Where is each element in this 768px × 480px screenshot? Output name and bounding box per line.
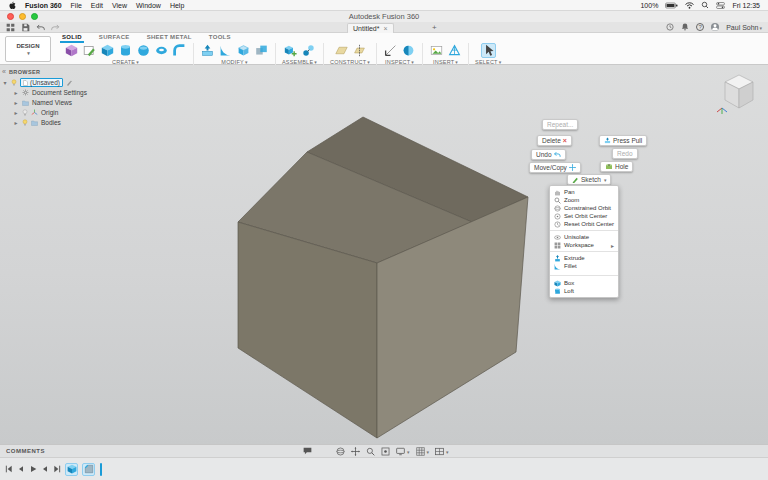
- box-feature-icon[interactable]: [65, 463, 78, 476]
- expand-caret-icon[interactable]: [13, 119, 19, 126]
- new-component-icon[interactable]: [283, 43, 298, 58]
- redo-icon[interactable]: [51, 23, 60, 32]
- viewports-icon[interactable]: [435, 447, 449, 456]
- create-sketch-icon[interactable]: [82, 43, 97, 58]
- play-button[interactable]: [28, 464, 37, 475]
- press-pull-icon[interactable]: [200, 43, 215, 58]
- display-settings-icon[interactable]: [396, 447, 410, 456]
- window-minimize-button[interactable]: [19, 13, 26, 20]
- workspace-selector[interactable]: DESIGN: [5, 36, 51, 62]
- visibility-bulb-icon[interactable]: [22, 109, 28, 117]
- document-tab[interactable]: Untitled* ×: [347, 23, 394, 33]
- measure-icon[interactable]: [383, 43, 398, 58]
- browser-root-row[interactable]: (Unsaved): [2, 78, 134, 87]
- delete-button[interactable]: Delete×: [537, 135, 572, 146]
- tab-surface[interactable]: SURFACE: [97, 34, 132, 43]
- visibility-bulb-icon[interactable]: [11, 79, 17, 87]
- comments-label[interactable]: COMMENTS: [6, 448, 45, 454]
- menu-item-unisolate[interactable]: Unisolate: [550, 233, 618, 241]
- wifi-icon[interactable]: [685, 2, 694, 9]
- undo-icon[interactable]: [36, 23, 45, 32]
- expand-caret-icon[interactable]: [2, 79, 8, 86]
- section-analysis-icon[interactable]: [401, 43, 416, 58]
- combine-icon[interactable]: [254, 43, 269, 58]
- group-label-create[interactable]: CREATE: [112, 59, 139, 65]
- orbit-icon[interactable]: [336, 447, 345, 456]
- construction-axis-icon[interactable]: [352, 43, 367, 58]
- fillet-icon[interactable]: [218, 43, 233, 58]
- layout-grid-icon[interactable]: [416, 447, 430, 456]
- fit-icon[interactable]: [381, 447, 390, 456]
- save-icon[interactable]: [21, 23, 30, 32]
- browser-item-document-settings[interactable]: Document Settings: [13, 88, 134, 97]
- window-close-button[interactable]: [7, 13, 14, 20]
- tab-tools[interactable]: TOOLS: [207, 34, 233, 43]
- menu-item-loft[interactable]: Loft: [550, 287, 618, 295]
- joint-icon[interactable]: [301, 43, 316, 58]
- apple-menu-icon[interactable]: [8, 1, 16, 10]
- browser-collapse-icon[interactable]: [2, 68, 6, 75]
- menu-item-workspace[interactable]: Workspace ▸: [550, 241, 618, 249]
- skip-to-end-button[interactable]: [52, 464, 61, 475]
- browser-item-origin[interactable]: Origin: [13, 108, 134, 117]
- menubar-item-help[interactable]: Help: [170, 2, 184, 9]
- view-cube[interactable]: [716, 72, 762, 116]
- menu-item-set-orbit-center[interactable]: Set Orbit Center: [550, 212, 618, 220]
- control-center-icon[interactable]: [716, 2, 725, 9]
- move-copy-button[interactable]: Move/Copy: [529, 162, 581, 173]
- expand-caret-icon[interactable]: [13, 109, 19, 116]
- new-tab-button[interactable]: +: [432, 23, 437, 32]
- menubar-clock[interactable]: Fri 12:35: [732, 2, 760, 9]
- menu-item-reset-orbit-center[interactable]: Reset Orbit Center: [550, 220, 618, 228]
- visibility-bulb-icon[interactable]: [22, 119, 28, 127]
- timeline-position-marker[interactable]: [100, 463, 102, 476]
- menu-item-zoom[interactable]: Zoom: [550, 196, 618, 204]
- torus-icon[interactable]: [154, 43, 169, 58]
- menubar-item-window[interactable]: Window: [136, 2, 161, 9]
- menubar-app-name[interactable]: Fusion 360: [25, 2, 62, 9]
- group-label-select[interactable]: SELECT: [475, 59, 501, 65]
- comment-bubble-icon[interactable]: [303, 447, 312, 455]
- group-label-assemble[interactable]: ASSEMBLE: [282, 59, 317, 65]
- edit-pencil-icon[interactable]: [66, 80, 72, 86]
- battery-icon[interactable]: [665, 2, 678, 9]
- shell-icon[interactable]: [236, 43, 251, 58]
- window-zoom-button[interactable]: [31, 13, 38, 20]
- tab-close-icon[interactable]: ×: [383, 25, 387, 32]
- sphere-icon[interactable]: [136, 43, 151, 58]
- menu-item-extrude[interactable]: Extrude: [550, 254, 618, 262]
- cylinder-icon[interactable]: [118, 43, 133, 58]
- decal-icon[interactable]: [429, 43, 444, 58]
- menu-item-fillet[interactable]: Fillet: [550, 262, 618, 270]
- group-label-inspect[interactable]: INSPECT: [385, 59, 414, 65]
- group-label-construct[interactable]: CONSTRUCT: [330, 59, 370, 65]
- user-name[interactable]: Paul Sohn: [726, 24, 762, 31]
- browser-item-bodies[interactable]: Bodies: [13, 118, 134, 127]
- chamfer-feature-icon[interactable]: [82, 463, 95, 476]
- pipe-icon[interactable]: [172, 43, 187, 58]
- expand-caret-icon[interactable]: [13, 99, 19, 106]
- press-pull-button[interactable]: Press Pull: [599, 135, 647, 146]
- spotlight-search-icon[interactable]: [701, 1, 709, 9]
- sketch-button[interactable]: Sketch: [567, 174, 611, 185]
- job-status-icon[interactable]: [666, 23, 674, 31]
- notification-bell-icon[interactable]: [681, 23, 689, 31]
- expand-caret-icon[interactable]: [13, 89, 19, 96]
- construction-plane-icon[interactable]: [334, 43, 349, 58]
- step-forward-button[interactable]: [40, 464, 49, 475]
- group-label-modify[interactable]: MODIFY: [221, 59, 247, 65]
- menubar-item-file[interactable]: File: [71, 2, 82, 9]
- hole-button[interactable]: Hole: [600, 161, 633, 172]
- menu-item-pan[interactable]: Pan: [550, 188, 618, 196]
- zoom-icon[interactable]: [366, 447, 375, 456]
- undo-button[interactable]: Undo: [531, 149, 566, 160]
- skip-to-start-button[interactable]: [4, 464, 13, 475]
- browser-root-item[interactable]: (Unsaved): [20, 78, 63, 87]
- menubar-item-view[interactable]: View: [112, 2, 127, 9]
- box-icon[interactable]: [100, 43, 115, 58]
- group-label-insert[interactable]: INSERT: [433, 59, 458, 65]
- tab-solid[interactable]: SOLID: [60, 34, 84, 43]
- help-icon[interactable]: ?: [696, 23, 704, 31]
- menu-item-constrained-orbit[interactable]: Constrained Orbit: [550, 204, 618, 212]
- insert-mesh-icon[interactable]: [447, 43, 462, 58]
